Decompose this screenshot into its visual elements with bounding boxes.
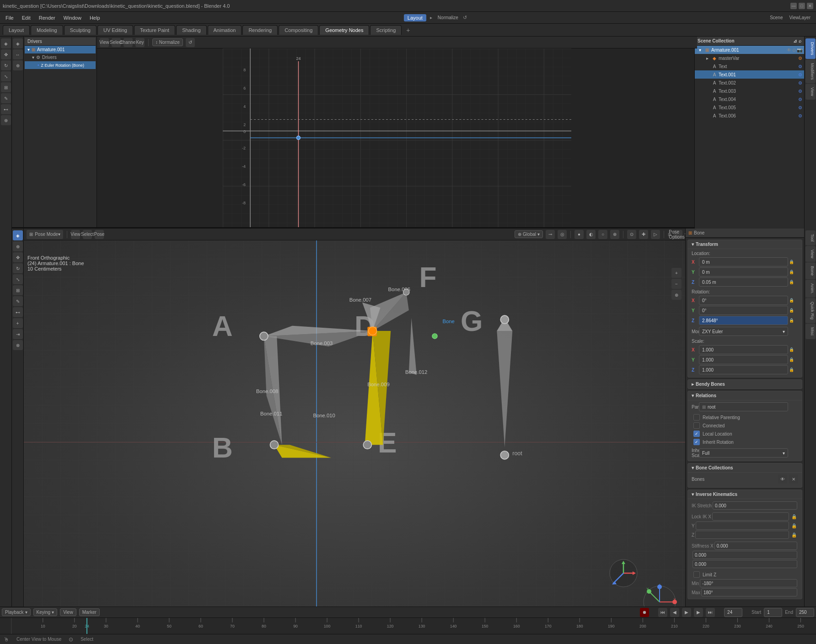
vtab-view[interactable]: View bbox=[805, 84, 816, 100]
outline-text-003[interactable]: A Text.003 ⚙ bbox=[695, 87, 804, 95]
view-menu-btn[interactable]: View bbox=[71, 230, 80, 239]
graph-select-tool[interactable]: ◈ bbox=[13, 38, 23, 48]
scale-y-lock[interactable]: 🔒 bbox=[789, 357, 798, 362]
tool-cursor-3d[interactable]: ⊕ bbox=[13, 241, 23, 251]
toolbar-rotate[interactable]: ↻ bbox=[1, 60, 11, 70]
graph-item-z-euler[interactable]: • Z Euler Rotation (Bone) bbox=[25, 61, 96, 69]
global-transform-btn[interactable]: ⊕ Global ▾ bbox=[515, 230, 543, 238]
toolbar-scale[interactable]: ⤡ bbox=[1, 71, 11, 81]
tab-compositing[interactable]: Compositing bbox=[279, 25, 318, 35]
scale-y-field[interactable]: 1.000 bbox=[699, 355, 788, 364]
viewport-shading-wireframe[interactable]: ○ bbox=[598, 230, 607, 239]
graph-normalize-reset[interactable]: ↺ bbox=[186, 38, 195, 47]
jump-end-btn[interactable]: ⏭ bbox=[706, 608, 715, 617]
tool-extrude[interactable]: ⇥ bbox=[13, 329, 23, 339]
min-field[interactable]: -180° bbox=[700, 579, 797, 587]
bone-collections-header[interactable]: ▾ Bone Collections bbox=[688, 463, 802, 472]
tab-layout[interactable]: Layout bbox=[3, 25, 30, 35]
max-field[interactable]: 180° bbox=[701, 588, 797, 596]
rotation-z-lock[interactable]: 🔒 bbox=[789, 318, 798, 323]
toolbar-measure[interactable]: ⊷ bbox=[1, 104, 11, 114]
timeline-scrubber[interactable]: 10 20 24 30 40 50 60 70 80 90 100 110 12… bbox=[0, 618, 816, 634]
vtab-misc[interactable]: Misc bbox=[805, 324, 816, 340]
tool-annotate-3d[interactable]: ✎ bbox=[13, 296, 23, 306]
outline-text-002[interactable]: A Text.002 ⚙ bbox=[695, 79, 804, 87]
viewport-shading-solid[interactable]: ● bbox=[574, 230, 584, 239]
toolbar-select[interactable]: ◈ bbox=[1, 38, 11, 48]
lock-ik-x-field[interactable] bbox=[712, 512, 789, 521]
vtab-quick-rig[interactable]: Quick Rig bbox=[805, 298, 816, 323]
graph-channel-menu[interactable]: Channel bbox=[123, 38, 133, 47]
tab-geometry-nodes[interactable]: Geometry Nodes bbox=[319, 25, 369, 35]
bone-collection-delete[interactable]: ✕ bbox=[789, 474, 798, 484]
scale-x-field[interactable]: 1.000 bbox=[699, 345, 788, 354]
limit-z-checkbox[interactable] bbox=[693, 571, 700, 578]
toolbar-annotate[interactable]: ✎ bbox=[1, 93, 11, 103]
vtab-tool[interactable]: Tool bbox=[805, 230, 816, 245]
rotation-z-field[interactable]: 2.8648° bbox=[699, 316, 788, 325]
stiffness-y-field[interactable]: 0.000 bbox=[693, 551, 797, 559]
playback-menu[interactable]: Playback ▾ bbox=[2, 608, 31, 616]
next-frame-btn[interactable]: ▶ bbox=[694, 608, 703, 617]
location-y-field[interactable]: 0 m bbox=[699, 267, 788, 277]
view-menu[interactable]: View bbox=[60, 608, 76, 616]
ik-header[interactable]: ▾ Inverse Kinematics bbox=[688, 490, 802, 499]
walk-navigate-btn[interactable]: ⊕ bbox=[671, 290, 682, 300]
local-location-checkbox[interactable] bbox=[693, 431, 700, 437]
transform-header[interactable]: ▾ Transform bbox=[688, 240, 802, 249]
tool-measure-3d[interactable]: ⊷ bbox=[13, 307, 23, 317]
location-x-field[interactable]: 0 m bbox=[699, 257, 788, 266]
parent-value-field[interactable]: ⊞ root bbox=[699, 402, 788, 411]
prev-frame-btn[interactable]: ◀ bbox=[670, 608, 679, 617]
stiffness-z-field[interactable]: 0.000 bbox=[693, 560, 797, 568]
close-button[interactable]: ✕ bbox=[807, 3, 813, 9]
tab-rendering[interactable]: Rendering bbox=[242, 25, 278, 35]
scale-z-lock[interactable]: 🔒 bbox=[789, 367, 798, 372]
tab-shading[interactable]: Shading bbox=[176, 25, 206, 35]
scale-x-lock[interactable]: 🔒 bbox=[789, 347, 798, 352]
tool-select-box[interactable]: ◈ bbox=[13, 230, 23, 240]
armature-ren-icon[interactable]: 📷 bbox=[797, 48, 802, 53]
snap-btn[interactable]: ⊸ bbox=[546, 230, 555, 239]
vtab-modifiers[interactable]: Modifiers bbox=[805, 59, 816, 84]
bendy-bones-header[interactable]: ▸ Bendy Bones bbox=[688, 380, 802, 389]
location-z-lock[interactable]: 🔒 bbox=[789, 280, 798, 284]
tool-rotate-3d[interactable]: ↻ bbox=[13, 263, 23, 273]
inherit-scale-select[interactable]: Full ▾ bbox=[699, 448, 788, 458]
viewport-3d[interactable]: ⊞ Pose Mode ▾ View Select Pose ⊕ Global … bbox=[24, 229, 685, 644]
graph-item-armature[interactable]: ▾ ⊞ Armature.001 bbox=[25, 46, 96, 53]
tab-texture-paint[interactable]: Texture Paint bbox=[134, 25, 175, 35]
location-z-field[interactable]: 0.05 m bbox=[699, 277, 788, 287]
graph-view-menu[interactable]: View bbox=[100, 38, 109, 47]
armature-sel-icon[interactable]: ⊙ bbox=[792, 48, 796, 53]
rotation-y-lock[interactable]: 🔒 bbox=[789, 308, 798, 313]
tool-scale-3d[interactable]: ⤡ bbox=[13, 274, 23, 284]
stiffness-x-field[interactable]: 0.000 bbox=[714, 542, 797, 550]
ik-stretch-field[interactable]: 0.000 bbox=[713, 501, 797, 510]
tab-animation[interactable]: Animation bbox=[208, 25, 242, 35]
scale-z-field[interactable]: 1.000 bbox=[699, 365, 788, 374]
menu-render[interactable]: Render bbox=[35, 14, 59, 21]
tab-uv-editing[interactable]: UV Editing bbox=[97, 25, 133, 35]
viewport-canvas[interactable]: A B D E F G root bbox=[24, 240, 685, 644]
tool-subdivide[interactable]: ⊗ bbox=[13, 340, 23, 350]
proportional-btn[interactable]: ◎ bbox=[558, 230, 567, 239]
select-menu-btn[interactable]: Select bbox=[83, 230, 92, 239]
marker-menu[interactable]: Marker bbox=[79, 608, 100, 616]
play-btn[interactable]: ▶ bbox=[682, 608, 691, 617]
location-x-lock[interactable]: 🔒 bbox=[789, 260, 798, 264]
pose-options-btn[interactable]: Pose Options ▾ bbox=[673, 230, 682, 239]
viewport-options-btn[interactable]: ▷ bbox=[651, 230, 660, 239]
tool-add-bone[interactable]: + bbox=[13, 318, 23, 328]
tool-move-3d[interactable]: ✥ bbox=[13, 252, 23, 262]
menu-window[interactable]: Window bbox=[60, 14, 85, 21]
viewport-mode-btn[interactable]: ⊞ Pose Mode ▾ bbox=[27, 230, 63, 239]
rotation-x-field[interactable]: 0° bbox=[699, 296, 788, 305]
graph-tweak-tool[interactable]: ↔ bbox=[13, 49, 23, 59]
outline-text-005[interactable]: A Text.005 ⚙ bbox=[695, 103, 804, 112]
graph-cursor-tool[interactable]: ⊕ bbox=[13, 60, 23, 70]
viewport-overlays-btn[interactable]: ⊙ bbox=[627, 230, 636, 239]
connected-checkbox[interactable] bbox=[693, 422, 700, 429]
current-frame-field[interactable]: 24 bbox=[724, 608, 742, 617]
tab-sculpting[interactable]: Sculpting bbox=[64, 25, 97, 35]
